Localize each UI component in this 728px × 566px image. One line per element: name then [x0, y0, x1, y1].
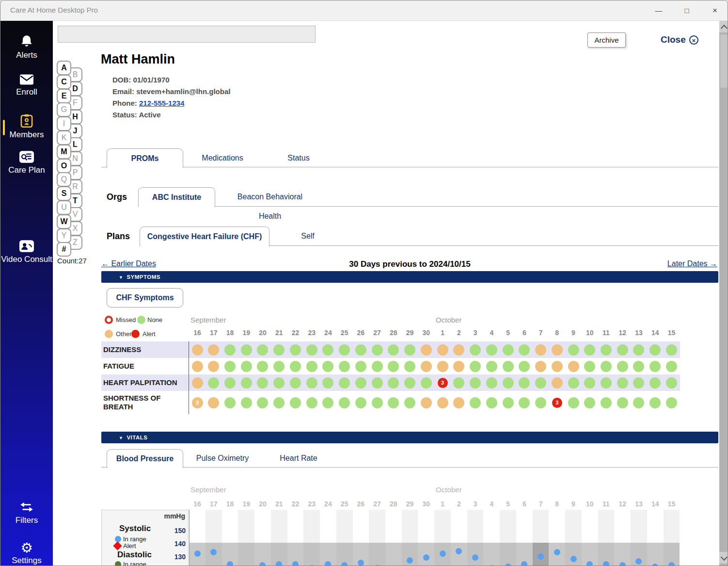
- scroll-down-button[interactable]: [719, 552, 728, 564]
- sidebar-item-label: Enroll: [0, 87, 53, 97]
- date-navigation: 30 Days previous to 2024/10/15 ← Earlier…: [101, 259, 718, 271]
- systolic-data-point: [341, 562, 348, 566]
- tab-proms[interactable]: PROMs: [107, 148, 183, 168]
- systolic-data-point: [227, 561, 233, 566]
- sidebar-item-filters[interactable]: Filters: [0, 501, 53, 525]
- symptom-dot-none: [666, 361, 677, 372]
- archive-button[interactable]: Archive: [587, 32, 626, 48]
- symptom-dot-none: [290, 344, 301, 356]
- sidebar-item-care-plan[interactable]: Care Plan: [0, 151, 53, 175]
- chart-day-label: 3: [467, 500, 484, 508]
- tab-plan-chf[interactable]: Congestive Heart Failure (CHF): [140, 226, 269, 246]
- symptom-dot-other: [192, 377, 203, 388]
- tab-plan-self[interactable]: Self: [269, 226, 347, 246]
- chart-day-label: 7: [533, 500, 549, 508]
- symptom-row-label: DIZZINESS: [103, 341, 187, 358]
- tab-heart-rate[interactable]: Heart Rate: [260, 449, 337, 468]
- alpha-tab-q[interactable]: Q: [57, 172, 71, 187]
- systolic-data-point: [292, 561, 299, 566]
- systolic-data-point: [423, 554, 429, 561]
- sidebar-item-video-consult[interactable]: Video Consult: [0, 240, 53, 264]
- symptom-dot-none: [584, 344, 595, 356]
- alpha-tab-c[interactable]: C: [57, 75, 71, 89]
- symptom-dot-other: [552, 361, 563, 372]
- alpha-tab-e[interactable]: E: [57, 89, 71, 103]
- close-record-button[interactable]: Close ×: [661, 33, 698, 46]
- alpha-tab-w[interactable]: W: [57, 214, 71, 229]
- alpha-tab-g[interactable]: G: [57, 102, 71, 117]
- systolic-data-point: [456, 548, 462, 554]
- window-close-button[interactable]: ×: [707, 4, 723, 17]
- sidebar-item-label: Members: [0, 129, 53, 140]
- filters-icon: [19, 506, 34, 515]
- alpha-tab-k[interactable]: K: [57, 130, 71, 145]
- symptom-dot-other: [535, 344, 546, 356]
- vertical-scrollbar[interactable]: [719, 21, 728, 566]
- video-consult-icon: [19, 245, 34, 254]
- app-window: Care At Home Desktop Pro — □ × 3 Alerts …: [0, 0, 728, 566]
- earlier-dates-link[interactable]: ← Earlier Dates: [101, 259, 156, 268]
- symptom-dot-other: [421, 344, 432, 356]
- systolic-data-point: [358, 560, 364, 566]
- symptom-dot-none: [224, 361, 236, 372]
- day-label: 29: [402, 329, 418, 337]
- scrollbar-thumb[interactable]: [720, 34, 728, 88]
- sidebar: 3 Alerts Enroll Members Care Plan: [0, 21, 53, 566]
- patient-name: Matt Hamlin: [101, 52, 175, 67]
- alpha-tab-a[interactable]: A: [57, 61, 71, 75]
- window-maximize-button[interactable]: □: [679, 4, 695, 17]
- day-label: 3: [467, 329, 484, 337]
- systolic-data-point: [259, 562, 266, 566]
- symptom-dot-other: [453, 344, 464, 356]
- symptom-dot-other: [437, 397, 448, 408]
- day-label: 28: [385, 329, 402, 337]
- patient-phone: Phone: 212-555-1234: [112, 97, 230, 109]
- alpha-tab-#[interactable]: #: [57, 242, 71, 257]
- window-minimize-button[interactable]: —: [650, 4, 667, 17]
- symptom-dot-none: [649, 344, 661, 356]
- symptom-dot-none: [503, 397, 514, 408]
- symptom-dot-other: [208, 361, 219, 372]
- alpha-tab-i[interactable]: I: [57, 116, 71, 131]
- sidebar-item-label: Video Consult: [0, 254, 53, 264]
- tab-chf-symptoms[interactable]: CHF Symptoms: [107, 288, 183, 307]
- alpha-tab-o[interactable]: O: [57, 159, 71, 173]
- symptom-dot-none: [421, 377, 432, 388]
- ytick-130: 130: [169, 553, 186, 561]
- alpha-tab-m[interactable]: M: [57, 145, 71, 159]
- tab-org-abc-institute[interactable]: ABC Institute: [138, 187, 215, 207]
- search-input[interactable]: [58, 26, 316, 43]
- diastolic-inrange-label: In range: [123, 561, 146, 566]
- sidebar-item-enroll[interactable]: Enroll: [0, 74, 53, 97]
- tab-status[interactable]: Status: [260, 148, 337, 167]
- tab-medications[interactable]: Medications: [184, 148, 261, 167]
- sidebar-item-members[interactable]: Members: [0, 114, 53, 140]
- symptoms-section-header[interactable]: ▼SYMPTOMS: [101, 271, 718, 283]
- bell-icon: [20, 41, 33, 49]
- sidebar-item-alerts[interactable]: 3 Alerts: [0, 34, 53, 60]
- symptom-dot-none: [486, 361, 497, 372]
- symptom-dot-none: [486, 344, 497, 356]
- tab-pulse-oximetry[interactable]: Pulse Oximetry: [184, 449, 261, 468]
- alpha-tab-u[interactable]: U: [57, 200, 71, 215]
- chevron-down-icon: [721, 554, 728, 561]
- care-plan-icon: [19, 156, 34, 164]
- day-label: 7: [533, 329, 549, 337]
- symptom-dot-other: [552, 377, 563, 388]
- scroll-up-button[interactable]: [719, 21, 728, 32]
- alpha-tab-s[interactable]: S: [57, 186, 71, 201]
- symptom-dot-none: [290, 361, 301, 372]
- sidebar-item-settings[interactable]: ⚙ Settings: [0, 541, 53, 566]
- tab-blood-pressure[interactable]: Blood Pressure: [107, 449, 183, 468]
- symptom-dot-other: [421, 397, 432, 408]
- phone-link[interactable]: 212-555-1234: [139, 99, 184, 107]
- later-dates-link[interactable]: Later Dates →: [667, 259, 717, 268]
- vitals-section-header[interactable]: ▼VITALS: [101, 432, 718, 443]
- symptom-dot-none: [241, 361, 252, 372]
- alpha-tab-y[interactable]: Y: [57, 228, 71, 243]
- symptom-dot-none: [568, 344, 579, 356]
- day-label: 8: [549, 329, 565, 337]
- symptom-dot-none: [535, 397, 546, 408]
- chart-day-label: 18: [222, 500, 238, 508]
- tab-org-beacon[interactable]: Beacon Behavioral Health: [226, 187, 314, 226]
